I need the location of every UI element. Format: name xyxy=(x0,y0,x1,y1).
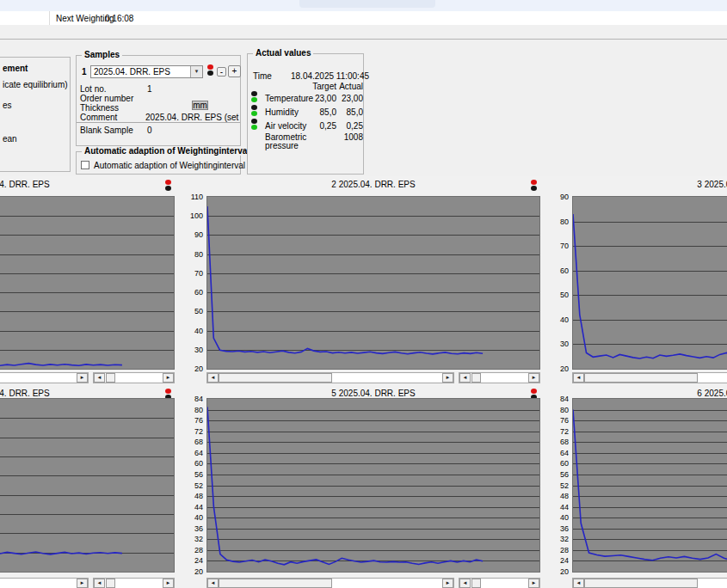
chart-line xyxy=(207,197,540,370)
chart-scrollbar-main[interactable]: ◄► xyxy=(0,372,89,383)
chart-plot xyxy=(0,196,175,370)
y-axis-tick-label: 60 xyxy=(181,288,203,297)
chart-scrollbar-main[interactable]: ◄► xyxy=(206,578,454,588)
scroll-thumb[interactable] xyxy=(219,579,332,588)
y-axis-tick-label: 52 xyxy=(546,481,569,490)
chart-scrollbar-main[interactable]: ◄► xyxy=(572,372,727,383)
y-axis-tick-label: 44 xyxy=(546,503,569,511)
y-axis-tick-label: 40 xyxy=(181,327,203,335)
y-axis-tick-label: 76 xyxy=(181,416,203,425)
y-axis-tick-label: 80 xyxy=(546,217,569,226)
y-axis-tick-label: 56 xyxy=(181,470,203,479)
scroll-left-button[interactable]: ◄ xyxy=(94,373,105,383)
y-axis-tick-label: 50 xyxy=(546,291,569,299)
chart-title: 3 2025.04. DRR. EPS xyxy=(572,180,727,189)
y-axis-tick-label: 30 xyxy=(181,346,203,354)
y-axis-tick-label: 60 xyxy=(546,459,569,468)
y-axis-tick-label: 50 xyxy=(181,307,203,315)
y-axis-tick-label: 72 xyxy=(546,427,569,436)
y-axis-tick-label: 60 xyxy=(546,266,569,275)
y-axis-tick-label: 40 xyxy=(546,513,569,522)
y-axis-tick-label: 44 xyxy=(181,503,203,511)
y-axis-tick-label: 24 xyxy=(181,556,203,565)
light-dot xyxy=(531,389,537,394)
chart-scrollbar-secondary[interactable]: ◄► xyxy=(93,578,175,588)
chart-plot xyxy=(206,196,540,370)
y-axis-tick-label: 64 xyxy=(546,449,569,457)
chart-plot xyxy=(572,196,727,370)
y-axis-tick-label: 68 xyxy=(181,438,203,446)
y-axis-tick-label: 28 xyxy=(546,546,569,554)
chart-line xyxy=(0,399,175,573)
y-axis-tick-label: 76 xyxy=(546,416,569,425)
charts-grid: 1 2025.04. DRR. EPS110100908070605040302… xyxy=(0,0,727,588)
chart-title: 2 2025.04. DRR. EPS xyxy=(206,180,540,189)
scroll-left-button[interactable]: ◄ xyxy=(459,373,471,383)
light-dot xyxy=(165,180,171,185)
y-axis-tick-label: 60 xyxy=(181,459,203,468)
light-dot xyxy=(165,186,171,191)
chart-line xyxy=(0,197,175,370)
y-axis-tick-label: 32 xyxy=(181,535,203,543)
scroll-right-button[interactable]: ► xyxy=(77,373,88,383)
y-axis-tick-label: 70 xyxy=(181,269,203,278)
y-axis-tick-label: 48 xyxy=(546,492,569,500)
y-axis-tick-label: 80 xyxy=(181,250,203,259)
scroll-left-button[interactable]: ◄ xyxy=(207,373,219,383)
y-axis-tick-label: 52 xyxy=(181,481,203,490)
chart-plot xyxy=(572,398,727,573)
chart-title: 6 2025.04. DRR. EPS xyxy=(572,389,727,398)
scroll-right-button[interactable]: ► xyxy=(163,579,174,588)
y-axis-tick-label: 36 xyxy=(546,524,569,533)
y-axis-tick-label: 40 xyxy=(546,315,569,324)
chart-scrollbar-secondary[interactable]: ◄► xyxy=(459,578,540,588)
y-axis-tick-label: 56 xyxy=(546,470,569,479)
y-axis-tick-label: 72 xyxy=(181,427,203,436)
chart-scrollbar-secondary[interactable]: ◄► xyxy=(459,372,540,383)
scroll-right-button[interactable]: ► xyxy=(528,373,539,383)
y-axis-tick-label: 40 xyxy=(181,513,203,522)
chart-line xyxy=(573,399,727,573)
light-dot xyxy=(165,389,171,394)
y-axis-tick-label: 24 xyxy=(546,556,569,565)
y-axis-tick-label: 90 xyxy=(181,230,203,239)
scroll-thumb[interactable] xyxy=(219,373,332,383)
scroll-thumb[interactable] xyxy=(584,579,698,588)
y-axis-tick-label: 36 xyxy=(181,524,203,533)
application-window: { "titlebar": { "next_weighting_label": … xyxy=(0,0,727,588)
y-axis-tick-label: 20 xyxy=(181,567,203,576)
scroll-left-button[interactable]: ◄ xyxy=(459,579,471,588)
scroll-thumb[interactable] xyxy=(584,373,698,383)
scroll-right-button[interactable]: ► xyxy=(442,579,453,588)
scroll-left-button[interactable]: ◄ xyxy=(573,579,584,588)
chart-title: 4 2025.04. DRR. EPS xyxy=(0,389,175,398)
scroll-thumb[interactable] xyxy=(471,373,481,383)
scroll-left-button[interactable]: ◄ xyxy=(94,579,105,588)
y-axis-tick-label: 48 xyxy=(181,492,203,500)
chart-status-light-icon xyxy=(530,180,538,192)
y-axis-tick-label: 110 xyxy=(181,193,203,201)
scroll-right-button[interactable]: ► xyxy=(528,579,539,588)
chart-scrollbar-main[interactable]: ◄► xyxy=(206,372,454,383)
scroll-right-button[interactable]: ► xyxy=(442,373,453,383)
scroll-right-button[interactable]: ► xyxy=(77,579,88,588)
chart-scrollbar-main[interactable]: ◄► xyxy=(572,578,727,588)
y-axis-tick-label: 20 xyxy=(546,364,569,373)
scroll-thumb[interactable] xyxy=(471,579,481,588)
scroll-thumb[interactable] xyxy=(106,373,115,383)
scroll-thumb[interactable] xyxy=(106,579,115,588)
y-axis-tick-label: 100 xyxy=(181,211,203,220)
y-axis-tick-label: 20 xyxy=(546,567,569,576)
light-dot xyxy=(531,180,537,185)
chart-title: 1 2025.04. DRR. EPS xyxy=(0,180,175,189)
scroll-left-button[interactable]: ◄ xyxy=(573,373,584,383)
chart-line xyxy=(207,399,540,573)
scroll-right-button[interactable]: ► xyxy=(163,373,174,383)
y-axis-tick-label: 20 xyxy=(181,364,203,373)
y-axis-tick-label: 70 xyxy=(546,242,569,250)
y-axis-tick-label: 68 xyxy=(546,438,569,446)
chart-scrollbar-secondary[interactable]: ◄► xyxy=(93,372,175,383)
y-axis-tick-label: 28 xyxy=(181,546,203,554)
chart-scrollbar-main[interactable]: ◄► xyxy=(0,578,89,588)
scroll-left-button[interactable]: ◄ xyxy=(207,579,219,588)
